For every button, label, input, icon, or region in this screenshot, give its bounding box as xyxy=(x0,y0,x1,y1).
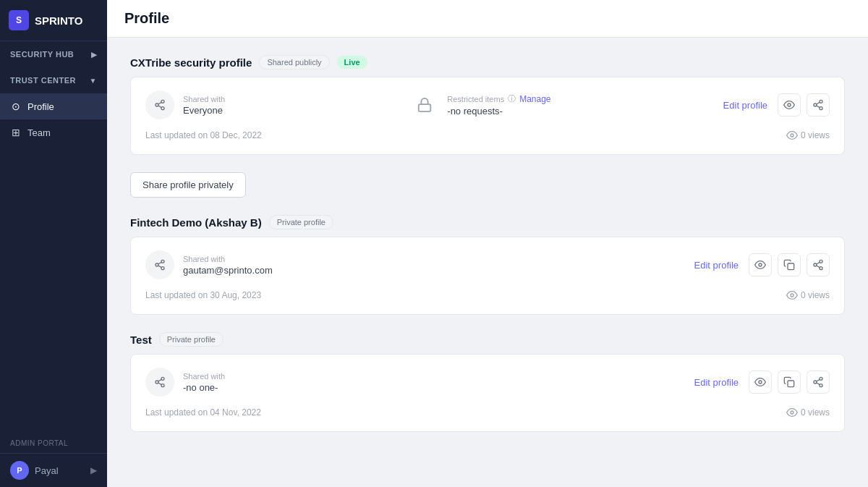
info-icon: ⓘ xyxy=(508,93,516,104)
svg-line-4 xyxy=(158,102,162,104)
svg-rect-32 xyxy=(788,381,794,387)
sidebar-item-team[interactable]: ⊞ Team xyxy=(0,119,107,145)
svg-point-6 xyxy=(788,103,791,106)
restricted-value: -no requests- xyxy=(447,106,704,117)
svg-point-14 xyxy=(156,263,158,266)
manage-link[interactable]: Manage xyxy=(519,94,550,104)
fintech-profile-section: Fintech Demo (Akshay B) Private profile … xyxy=(130,215,845,315)
security-hub-label: Security Hub xyxy=(10,50,74,59)
shared-with-block: Shared with -no one- xyxy=(145,368,676,397)
trust-center-nav[interactable]: Trust Center ▼ xyxy=(0,67,107,93)
shared-text-block: Shared with gautam@sprinto.com xyxy=(183,255,273,276)
views-count: 0 views xyxy=(786,407,830,418)
sidebar-item-label: Profile xyxy=(27,101,54,112)
share-profile-privately-button[interactable]: Share profile privately xyxy=(130,172,246,198)
cxtribe-profile-card: Shared with Everyone Restricted items xyxy=(130,77,845,155)
user-info: P Payal xyxy=(10,461,59,480)
svg-line-3 xyxy=(158,106,162,108)
cxtribe-profile-name: CXTribe security profile xyxy=(130,56,252,69)
edit-profile-button[interactable]: Edit profile xyxy=(690,257,743,274)
card-footer: Last updated on 04 Nov, 2022 0 views xyxy=(145,407,830,418)
view-button[interactable] xyxy=(778,93,801,117)
svg-point-18 xyxy=(759,263,762,266)
chevron-down-icon: ▼ xyxy=(90,77,97,85)
shared-with-value: -no one- xyxy=(183,382,225,393)
private-profile-badge: Private profile xyxy=(269,215,333,229)
restricted-block: Restricted items ⓘ Manage -no requests- xyxy=(447,93,704,117)
edit-profile-button[interactable]: Edit profile xyxy=(719,97,772,114)
main-content: Profile CXTribe security profile Shared … xyxy=(107,0,868,487)
admin-portal-label: ADMIN PORTAL xyxy=(0,436,107,453)
svg-line-23 xyxy=(817,266,820,268)
test-section-header: Test Private profile xyxy=(130,332,845,347)
svg-point-38 xyxy=(791,411,793,414)
cxtribe-section-header: CXTribe security profile Shared publicly… xyxy=(130,55,845,69)
svg-point-34 xyxy=(814,381,817,384)
sidebar-bottom: P Payal ▶ xyxy=(0,453,107,487)
share-button[interactable] xyxy=(807,253,830,276)
svg-line-30 xyxy=(158,379,162,381)
logo-icon: S xyxy=(9,10,29,30)
svg-line-24 xyxy=(817,262,820,264)
svg-point-9 xyxy=(820,107,822,110)
shared-text-block: Shared with -no one- xyxy=(183,372,225,393)
views-count: 0 views xyxy=(786,289,830,301)
svg-point-28 xyxy=(161,384,164,387)
avatar: P xyxy=(10,461,29,480)
chevron-right-icon: ▶ xyxy=(91,51,98,59)
fintech-profile-card: Shared with gautam@sprinto.com Edit prof… xyxy=(130,237,845,315)
security-hub-nav[interactable]: Security Hub ▶ xyxy=(0,41,107,67)
card-actions: Edit profile xyxy=(719,93,830,117)
view-button[interactable] xyxy=(749,253,772,276)
page-title: Profile xyxy=(124,10,851,27)
shared-with-block: Shared with gautam@sprinto.com xyxy=(145,250,676,279)
fintech-section-header: Fintech Demo (Akshay B) Private profile xyxy=(130,215,845,229)
shared-with-value: Everyone xyxy=(183,105,225,116)
svg-point-25 xyxy=(791,294,793,297)
app-name: SPRINTO xyxy=(35,14,82,27)
restricted-items-label: Restricted items ⓘ Manage xyxy=(447,93,704,104)
svg-line-17 xyxy=(158,262,162,264)
private-profile-badge: Private profile xyxy=(159,332,224,347)
user-name: Payal xyxy=(35,465,59,476)
svg-rect-5 xyxy=(419,104,431,111)
share-button[interactable] xyxy=(807,93,830,117)
lock-icon xyxy=(417,97,433,113)
share-icon xyxy=(145,250,174,279)
sidebar-item-profile[interactable]: ⊙ Profile xyxy=(0,93,107,119)
fintech-profile-name: Fintech Demo (Akshay B) xyxy=(130,216,262,229)
svg-point-8 xyxy=(814,103,817,106)
svg-point-12 xyxy=(791,134,793,137)
svg-point-27 xyxy=(156,381,158,384)
views-count: 0 views xyxy=(786,130,830,141)
test-profile-section: Test Private profile Shared with xyxy=(130,332,845,432)
last-updated: Last updated on 08 Dec, 2022 xyxy=(145,130,262,140)
svg-point-33 xyxy=(820,377,822,380)
edit-profile-button[interactable]: Edit profile xyxy=(690,374,743,391)
copy-button[interactable] xyxy=(778,370,801,394)
share-icon xyxy=(145,90,174,119)
card-top: Shared with gautam@sprinto.com Edit prof… xyxy=(145,250,830,279)
svg-point-31 xyxy=(759,381,762,384)
svg-point-20 xyxy=(820,260,822,263)
svg-point-2 xyxy=(161,107,164,110)
shared-text-block: Shared with Everyone xyxy=(183,95,225,116)
profile-icon: ⊙ xyxy=(12,101,20,112)
svg-line-29 xyxy=(158,383,162,385)
svg-rect-19 xyxy=(788,263,794,270)
shared-with-label: Shared with xyxy=(183,255,273,263)
sidebar: S SPRINTO Security Hub ▶ Trust Center ▼ … xyxy=(0,0,107,487)
copy-button[interactable] xyxy=(778,253,801,276)
share-button[interactable] xyxy=(807,370,830,394)
test-profile-name: Test xyxy=(130,334,152,346)
svg-point-21 xyxy=(814,263,817,266)
view-button[interactable] xyxy=(749,370,772,394)
svg-point-0 xyxy=(161,100,164,103)
trust-center-label: Trust Center xyxy=(10,76,76,85)
share-icon xyxy=(145,368,174,397)
card-footer: Last updated on 30 Aug, 2023 0 views xyxy=(145,289,830,301)
card-top: Shared with -no one- Edit profile xyxy=(145,368,830,397)
svg-line-10 xyxy=(817,106,820,108)
shared-publicly-badge: Shared publicly xyxy=(259,55,329,69)
test-profile-card: Shared with -no one- Edit profile xyxy=(130,354,845,432)
